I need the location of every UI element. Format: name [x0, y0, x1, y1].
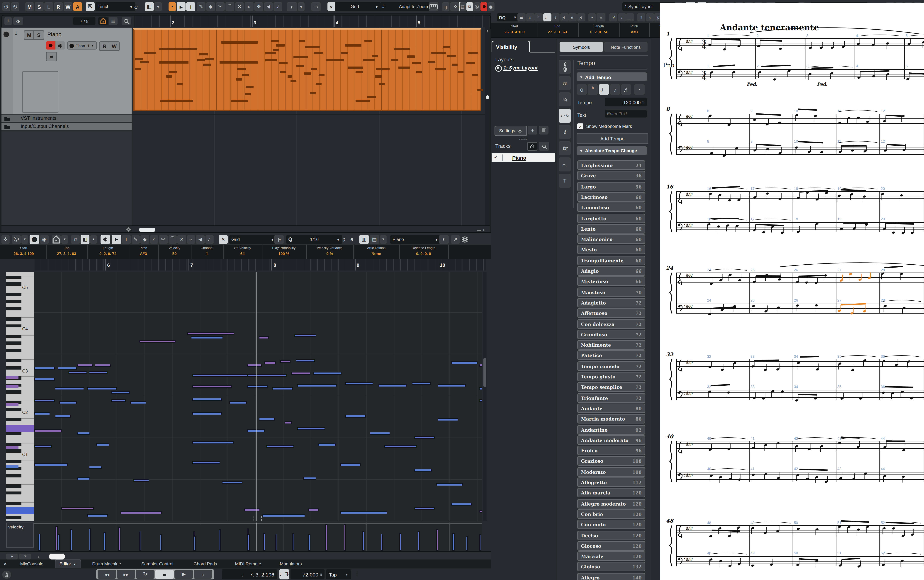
midi-note[interactable]	[192, 412, 222, 415]
midi-note[interactable]	[77, 364, 93, 367]
tempo-mark-grave[interactable]: Grave36	[577, 171, 645, 181]
record-enable-button[interactable]	[46, 41, 56, 49]
midi-note[interactable]	[438, 384, 466, 387]
folder-track-row[interactable]: VST Instruments	[2, 115, 132, 123]
black-key[interactable]	[6, 307, 21, 310]
thirtysecond-note-button[interactable]: ♬	[568, 13, 576, 21]
channel-selector[interactable]: Chan. 1▼	[67, 41, 97, 49]
ke-info-field[interactable]: Velocity50	[158, 245, 191, 259]
tempo-mark-tempo-giusto[interactable]: Tempo giusto72	[577, 372, 645, 381]
editor-autoscroll-caret[interactable]: ▼	[90, 235, 97, 244]
midi-note[interactable]	[34, 412, 50, 415]
black-key[interactable]	[6, 275, 21, 279]
ke-info-field[interactable]: ArticulationsNone	[353, 245, 400, 259]
nudge-button[interactable]: ⤙	[311, 2, 321, 11]
midi-note[interactable]	[308, 509, 319, 512]
state-button-a[interactable]: A	[73, 2, 82, 11]
tempo-mark-giocoso[interactable]: Giocoso120	[577, 541, 645, 550]
project-scroll-up[interactable]: ▼	[485, 27, 490, 33]
midi-note[interactable]	[133, 479, 149, 482]
split-tool-button[interactable]: ✂	[216, 2, 225, 11]
midi-note[interactable]	[451, 503, 472, 506]
midi-note[interactable]	[259, 418, 275, 421]
midi-note[interactable]	[412, 382, 431, 385]
sixteenth-note-button[interactable]: ♬	[560, 13, 568, 21]
midi-note[interactable]	[111, 391, 130, 394]
midi-note[interactable]	[384, 445, 417, 448]
ke-info-field[interactable]: End27. 3. 1. 63	[46, 245, 88, 259]
ke-info-field[interactable]: Release Length0. 0. 0. 0	[399, 245, 449, 259]
ke-hscroll-row[interactable]: +▼‹	[0, 551, 491, 560]
redo-button[interactable]: ↻	[11, 2, 19, 11]
tempo-mark-lento[interactable]: Lento60	[577, 224, 645, 233]
normal-note-button[interactable]: ♪	[618, 13, 626, 21]
ke-slash-tool[interactable]: ∕	[205, 235, 214, 244]
midi-note[interactable]	[96, 443, 109, 447]
midi-note[interactable]	[34, 463, 68, 466]
midi-note[interactable]	[187, 332, 234, 335]
midi-note[interactable]	[318, 443, 336, 447]
midi-note[interactable]	[297, 384, 337, 387]
read-automation-button[interactable]: R	[99, 41, 110, 51]
midi-note[interactable]	[58, 367, 77, 370]
win-expand-button[interactable]: ⧉	[466, 2, 473, 11]
black-key[interactable]	[6, 449, 21, 453]
state-button-m[interactable]: M	[25, 2, 34, 11]
midi-note[interactable]	[247, 364, 262, 367]
black-key[interactable]	[6, 516, 21, 519]
project-zoom-preset-icon[interactable]	[126, 227, 132, 232]
cursor-tool-button[interactable]: ►	[177, 2, 186, 11]
velocity-bar[interactable]	[275, 534, 277, 550]
score-info-field[interactable]: Start26. 3. 4.109	[492, 23, 537, 37]
project-vscrollbar[interactable]: ▼	[485, 27, 490, 226]
tempo-mark-con-brio[interactable]: Con brio120	[577, 509, 645, 519]
midi-note[interactable]	[61, 507, 94, 510]
delete-layout-button[interactable]	[539, 126, 548, 135]
track-controls-button[interactable]: ≣	[46, 52, 57, 61]
ke-range-tool[interactable]: I	[122, 235, 130, 244]
visible-track-row[interactable]: ✓Piano	[492, 153, 555, 162]
velocity-lane-header[interactable]: Velocity	[6, 522, 34, 548]
editor-visibility-caret[interactable]: ▼	[61, 235, 68, 244]
tempo-mark-lamentoso[interactable]: Lamentoso60	[577, 203, 645, 212]
velocity-bar[interactable]	[219, 529, 221, 550]
editor-autoscroll-button[interactable]: ◧	[81, 235, 89, 244]
black-key[interactable]	[6, 460, 21, 463]
tempo-text-input[interactable]	[604, 110, 647, 117]
midi-note[interactable]	[95, 364, 111, 367]
solo-button[interactable]: S	[33, 30, 44, 40]
quarter-note-value-button[interactable]: ♩	[599, 84, 609, 95]
midi-note[interactable]	[296, 359, 315, 362]
go-previous-button[interactable]: ◀◀	[97, 570, 116, 579]
note-grid[interactable]	[34, 272, 482, 521]
close-lower-zone-button[interactable]: ✕	[2, 560, 9, 567]
tempo-mark-deciso[interactable]: Deciso120	[577, 530, 645, 540]
tie-button[interactable]: ‿	[626, 13, 634, 21]
add-layout-button[interactable]: +	[528, 126, 537, 135]
tempo-mark-nobilmente[interactable]: Nobilmente72	[577, 340, 645, 349]
win-record-button[interactable]	[481, 2, 487, 11]
layout-settings-button[interactable]: Settings	[494, 126, 527, 136]
velocity-bar[interactable]	[194, 536, 196, 550]
midi-note[interactable]	[139, 340, 176, 343]
stop-button[interactable]: ■	[155, 570, 174, 579]
event-display[interactable]	[132, 27, 486, 226]
object-selection-mode-icon[interactable]: ▪	[168, 2, 176, 11]
velocity-bar[interactable]	[452, 532, 455, 550]
ke-zoom-tool[interactable]: ⌕	[187, 235, 195, 244]
track-visibility-home-button[interactable]	[98, 17, 108, 25]
midi-note[interactable]	[414, 469, 432, 472]
midi-note[interactable]	[89, 371, 108, 374]
midi-note[interactable]	[55, 387, 84, 391]
velocity-bar[interactable]	[263, 532, 265, 550]
editor-retro-record-button[interactable]: ◉	[40, 235, 49, 244]
natural-button[interactable]: ♮	[637, 13, 645, 21]
color-menu-button[interactable]: ◐	[287, 2, 297, 11]
lower-zone-tab-editor[interactable]: Editor▼	[55, 560, 81, 568]
ke-quantize-dropdown[interactable]: Q1/16▼	[286, 235, 342, 244]
play-button[interactable]: ▶	[175, 570, 193, 579]
ke-vscroll-thumb[interactable]	[483, 358, 487, 387]
velocity-bar[interactable]	[418, 531, 420, 550]
tap-tempo-button[interactable]: Tap▼	[326, 569, 351, 580]
key-signature-icon[interactable]: ♯♯	[559, 76, 571, 90]
